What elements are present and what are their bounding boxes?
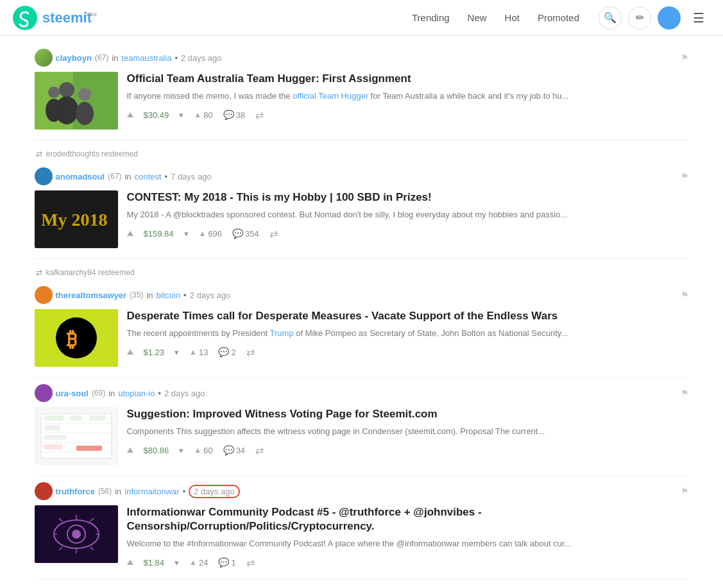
header-icons: 🔍 ✏ ☰: [599, 6, 710, 29]
resteem-button[interactable]: ⇄: [255, 444, 264, 457]
feed: clayboyn (67) in teamaustralia • 2 days …: [22, 36, 702, 586]
upvote-button[interactable]: [127, 112, 133, 117]
post-body: Official Team Australia Team Hugger: Fir…: [127, 72, 689, 130]
post-body: Desperate Times call for Desperate Measu…: [127, 309, 689, 367]
post-time-highlighted: 2 days ago: [189, 485, 240, 498]
flag-button[interactable]: ⚑: [681, 53, 689, 63]
votes-area: ▲ 696: [199, 229, 223, 239]
main-header: steemit beta Trending New Hot Promoted 🔍…: [0, 0, 723, 36]
upvote-button[interactable]: [127, 349, 133, 355]
post-title[interactable]: CONTEST: My 2018 - This is my Hobby | 10…: [127, 190, 689, 205]
votes-area: ▲ 13: [189, 348, 208, 357]
menu-button[interactable]: ☰: [687, 6, 710, 29]
author-name[interactable]: clayboyn: [56, 53, 92, 63]
post-title[interactable]: Suggestion: Improved Witness Voting Page…: [127, 407, 689, 421]
post-payout: $159.84: [144, 229, 174, 239]
resteem-button[interactable]: ⇄: [246, 346, 255, 358]
beta-badge: beta: [85, 11, 97, 17]
comment-count: 1: [231, 558, 235, 567]
resteemed-bar: ⇄ erodedthoughts resteemed: [35, 149, 689, 158]
author-rep: (67): [95, 53, 108, 62]
post-payout: $1.23: [144, 348, 165, 357]
post-time: 2 days ago: [190, 290, 231, 300]
flag-button[interactable]: ⚑: [681, 290, 689, 300]
post-card: ura-soul (69) in utopian-io • 2 days ago…: [35, 378, 689, 476]
resteem-button[interactable]: ⇄: [255, 109, 264, 121]
author-rep: (69): [92, 389, 105, 398]
post-tag-label: in: [124, 172, 131, 181]
post-body: Suggestion: Improved Witness Voting Page…: [127, 407, 689, 465]
post-stats: $1.23 ▾ ▲ 13 💬 2 ⇄: [127, 346, 689, 358]
separator: •: [183, 487, 186, 496]
author-name[interactable]: therealtomsawyer: [56, 290, 127, 300]
post-time: 7 days ago: [171, 172, 212, 181]
upvote-arrow-icon: [127, 448, 133, 453]
post-stats: $80.86 ▾ ▲ 60 💬 34 ⇄: [127, 444, 689, 457]
author-avatar: [35, 286, 53, 304]
svg-point-6: [78, 88, 91, 101]
nav-promoted[interactable]: Promoted: [538, 12, 579, 23]
nav-new[interactable]: New: [468, 12, 487, 23]
post-excerpt: Components This suggestion affects the w…: [127, 425, 689, 438]
flag-button[interactable]: ⚑: [681, 486, 689, 496]
payout-dropdown[interactable]: ▾: [184, 229, 189, 239]
svg-rect-24: [44, 425, 60, 430]
post-tag[interactable]: bitcoin: [157, 290, 181, 300]
post-card: clayboyn (67) in teamaustralia • 2 days …: [35, 42, 689, 140]
upvote-button[interactable]: [127, 560, 133, 565]
comment-count: 34: [236, 446, 245, 455]
post-thumbnail: [35, 505, 118, 563]
post-title[interactable]: Official Team Australia Team Hugger: Fir…: [127, 72, 689, 86]
post-excerpt: If anyone missed the memo, I was made th…: [127, 90, 689, 103]
svg-rect-27: [76, 446, 102, 451]
flag-button[interactable]: ⚑: [681, 171, 689, 181]
author-name[interactable]: anomadsoul: [56, 172, 105, 181]
post-tag[interactable]: utopian-io: [118, 389, 155, 398]
votes-area: ▲ 24: [189, 558, 208, 567]
steemit-logo-icon[interactable]: [13, 6, 37, 30]
flag-button[interactable]: ⚑: [681, 388, 689, 398]
user-avatar-header[interactable]: [658, 6, 681, 29]
post-thumbnail: [35, 72, 118, 130]
post-title[interactable]: Desperate Times call for Desperate Measu…: [127, 309, 689, 323]
comments-area: 💬 34: [223, 445, 245, 455]
vote-count: 696: [208, 229, 222, 239]
payout-dropdown[interactable]: ▾: [174, 558, 179, 567]
upvote-button[interactable]: [127, 448, 133, 453]
post-content: ₿ Desperate Times call for Desperate Mea…: [35, 309, 689, 367]
post-card: therealtomsawyer (35) in bitcoin • 2 day…: [35, 280, 689, 378]
payout-dropdown[interactable]: ▾: [174, 348, 179, 357]
post-stats: $1.84 ▾ ▲ 24 💬 1 ⇄: [127, 557, 689, 569]
post-content: Official Team Australia Team Hugger: Fir…: [35, 72, 689, 130]
post-tag[interactable]: informaitonwar: [124, 487, 179, 496]
resteem-button[interactable]: ⇄: [269, 228, 278, 240]
edit-button[interactable]: ✏: [628, 6, 651, 29]
resteem-button[interactable]: ⇄: [246, 557, 255, 569]
svg-rect-25: [44, 435, 67, 440]
search-button[interactable]: 🔍: [599, 6, 622, 29]
payout-dropdown[interactable]: ▾: [179, 446, 183, 455]
upvote-button[interactable]: [127, 231, 133, 236]
vote-count: 80: [203, 110, 212, 120]
post-tag[interactable]: teamaustralia: [121, 53, 171, 63]
post-excerpt: The recent appointments by President Tru…: [127, 327, 689, 340]
separator: •: [158, 389, 161, 398]
nav-hot[interactable]: Hot: [505, 12, 520, 23]
post-meta: anomadsoul (67) in contest • 7 days ago …: [35, 167, 689, 185]
comment-icon: 💬: [218, 557, 229, 567]
post-tag[interactable]: contest: [135, 172, 162, 181]
upvote-arrow-icon: [127, 349, 133, 355]
post-body: CONTEST: My 2018 - This is my Hobby | 10…: [127, 190, 689, 248]
nav-trending[interactable]: Trending: [412, 12, 450, 23]
post-title[interactable]: Informationwar Community Podcast #5 - @t…: [127, 505, 689, 533]
payout-dropdown[interactable]: ▾: [179, 110, 183, 120]
post-stats: $30.49 ▾ ▲ 80 💬 38 ⇄: [127, 109, 689, 121]
post-card: truthforce (56) in informaitonwar • 2 da…: [35, 476, 689, 580]
post-content: Suggestion: Improved Witness Voting Page…: [35, 407, 689, 465]
author-name[interactable]: ura-soul: [56, 389, 89, 398]
search-icon: 🔍: [604, 12, 617, 24]
author-name[interactable]: truthforce: [56, 487, 95, 496]
vote-count: 60: [203, 446, 212, 455]
logo-text[interactable]: steemit: [42, 10, 92, 26]
resteemed-by-text: erodedthoughts resteemed: [46, 149, 138, 158]
